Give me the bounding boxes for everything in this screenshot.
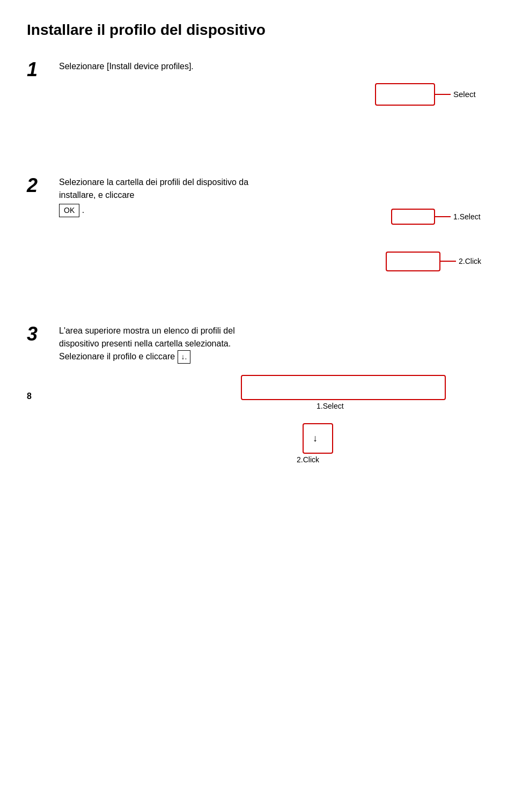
step3-label2: 2.Click — [297, 455, 320, 464]
step2-label2: 2.Click — [459, 257, 482, 265]
step3-label1: 1.Select — [317, 402, 344, 410]
step2-box2 — [386, 252, 440, 271]
step3-box1 — [241, 375, 445, 400]
step1-box — [376, 84, 435, 105]
step2-label1: 1.Select — [453, 212, 481, 221]
step3-box2 — [303, 424, 333, 453]
diagrams-overlay: Select 1.Select 2.Click 1.Select ↓ 2.Cli… — [0, 0, 515, 812]
step2-box1 — [392, 209, 435, 224]
step1-select-label: Select — [453, 90, 476, 99]
step3-down-arrow: ↓ — [313, 433, 318, 444]
